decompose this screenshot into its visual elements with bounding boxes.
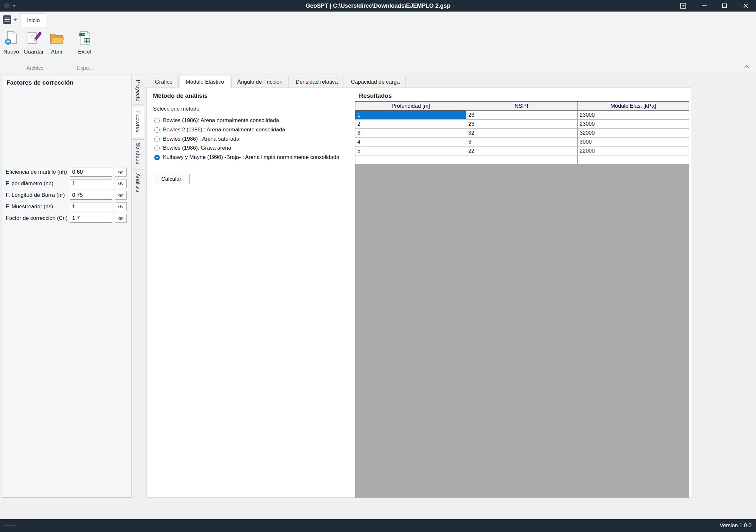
table-row: 1 23 23000 (355, 111, 688, 119)
method-option-bowles-saturada[interactable]: Bowles (1986) : Arena saturada (154, 135, 239, 143)
group-label-expo: Expo... (70, 65, 100, 71)
status-bar: ------- Version 1.0.0 (0, 519, 756, 532)
method-section-title: Método de análisis (153, 92, 207, 99)
nb-label: F. por diámetro (nb) (6, 180, 53, 187)
cell[interactable]: 23 (466, 119, 578, 129)
cell[interactable] (578, 155, 688, 165)
side-tab-sondeos[interactable]: Sondeos (132, 139, 144, 167)
ns-input[interactable] (70, 202, 112, 211)
table-row: 5 22 22000 (355, 146, 688, 155)
excel-icon: XLSX (77, 30, 93, 45)
results-grid: Profundidad [m] NSPT Módulo Elas. [kPa] … (355, 101, 689, 498)
cell-selected[interactable]: 1 (355, 111, 466, 119)
side-tab-analisis[interactable]: Análisis (132, 169, 144, 196)
grid-header-row: Profundidad [m] NSPT Módulo Elas. [kPa] (355, 102, 688, 111)
nh-eye-button[interactable] (115, 167, 127, 177)
open-folder-icon (49, 30, 65, 45)
cell[interactable] (355, 155, 466, 165)
tab-modulo-elastico[interactable]: Módulo Elástico (180, 76, 230, 88)
expand-window-icon[interactable] (675, 0, 691, 12)
column-header-nspt[interactable]: NSPT (466, 102, 578, 111)
factors-panel-title: Factores de corrección (6, 79, 73, 86)
maximize-button[interactable] (716, 0, 733, 12)
guardar-button[interactable]: Guardar (23, 29, 44, 62)
close-button[interactable] (738, 0, 754, 12)
new-file-icon (4, 30, 19, 45)
group-label-archivo: Archivo (0, 65, 70, 71)
nr-input[interactable] (70, 191, 112, 200)
nh-label: Eficiencia de martillo (nh) (6, 169, 67, 175)
side-tab-factores[interactable]: Factores (132, 107, 144, 137)
results-section-title: Resultados (359, 92, 392, 99)
ribbon-body: Nuevo Guardar (0, 27, 756, 73)
cell[interactable]: 2 (355, 119, 466, 129)
nuevo-button[interactable]: Nuevo (1, 29, 22, 62)
cell[interactable] (466, 155, 578, 165)
eye-icon (118, 193, 124, 197)
svg-text:XLSX: XLSX (79, 33, 86, 36)
nr-eye-button[interactable] (115, 191, 127, 200)
option-label: Bowles 2 (1986) : Arena normalmente cons… (163, 127, 285, 133)
modulo-elastico-page: Método de análisis Seleccione método Bow… (146, 88, 691, 498)
factor-row-nr: F. Longitud de Barra (nr) (2, 191, 131, 200)
tab-densidad-relativa[interactable]: Densidad relativa (290, 76, 344, 87)
cell[interactable]: 32000 (578, 129, 688, 138)
table-row: 3 32 32000 (355, 129, 688, 138)
method-option-bowles-consolidada[interactable]: Bowles (1986): Arena normalmente consoli… (154, 116, 279, 125)
eye-icon (118, 170, 124, 174)
table-row-empty (355, 155, 688, 165)
collapse-ribbon-button[interactable] (742, 63, 751, 70)
cell[interactable]: 4 (355, 138, 466, 146)
ns-label: F. Muestreador (ns) (6, 204, 53, 210)
eye-icon (118, 205, 124, 209)
abrir-button[interactable]: Abrir (46, 29, 68, 62)
excel-button[interactable]: XLSX Excel (74, 29, 95, 62)
tab-capacidad-de-carga[interactable]: Capacidad de carga (345, 76, 406, 87)
cell[interactable]: 23 (466, 111, 578, 119)
side-tab-proyecto[interactable]: Proyecto (132, 77, 144, 105)
cell[interactable]: 23000 (578, 119, 688, 129)
nb-input[interactable] (70, 179, 112, 188)
cell[interactable]: 5 (355, 146, 466, 155)
cell[interactable]: 23000 (578, 111, 688, 119)
ribbon-tab-inicio[interactable]: Inicio (20, 13, 46, 27)
nh-input[interactable] (70, 167, 112, 177)
factor-row-ns: F. Muestreador (ns) (2, 202, 131, 211)
ribbon-group-expo: XLSX Excel Expo... (70, 27, 100, 72)
cell[interactable]: 22000 (578, 146, 688, 155)
nb-eye-button[interactable] (115, 179, 127, 188)
method-subtitle: Seleccione método (153, 106, 200, 112)
cell[interactable]: 3 (466, 138, 578, 146)
method-option-bowles2-consolidada[interactable]: Bowles 2 (1986) : Arena normalmente cons… (154, 126, 285, 134)
version-label: Version 1.0.0 (720, 522, 751, 529)
nr-label: F. Longitud de Barra (nr) (6, 192, 65, 198)
option-label: Kulhawy y Mayne (1990) -Braja- : Arena l… (163, 154, 339, 161)
table-row: 2 23 23000 (355, 119, 688, 129)
method-option-bowles-grava[interactable]: Bowles (1986): Grava arena (154, 144, 231, 152)
radio-icon (154, 127, 160, 133)
cell[interactable]: 22 (466, 146, 578, 155)
cell[interactable]: 3 (355, 129, 466, 138)
cn-label: Factor de corrección (Cn) (6, 215, 68, 221)
abrir-label: Abrir (51, 49, 63, 55)
calcular-button[interactable]: Calcular (153, 174, 190, 184)
column-header-profundidad[interactable]: Profundidad [m] (355, 102, 466, 111)
tab-angulo-de-friccion[interactable]: Ángulo de Fricción (231, 76, 289, 87)
option-label: Bowles (1986): Grava arena (163, 145, 231, 151)
chevron-up-icon (744, 65, 750, 68)
minimize-button[interactable] (696, 0, 713, 12)
cell[interactable]: 32 (466, 129, 578, 138)
cell[interactable]: 3000 (578, 138, 688, 146)
guardar-label: Guardar (24, 49, 43, 55)
ribbon: Inicio Nuevo (0, 12, 756, 73)
application-menu-button[interactable] (3, 13, 19, 26)
cn-eye-button[interactable] (115, 214, 127, 223)
column-header-modulo[interactable]: Módulo Elas. [kPa] (578, 102, 688, 111)
excel-label: Excel (78, 49, 92, 55)
radio-icon (154, 137, 160, 142)
cn-input[interactable] (70, 214, 112, 223)
method-option-kulhawy-mayne[interactable]: Kulhawy y Mayne (1990) -Braja- : Arena l… (154, 153, 339, 162)
ns-eye-button[interactable] (115, 202, 127, 211)
tab-grafico[interactable]: Grafico (149, 76, 179, 87)
title-bar: GeoSPT | C:\Users\direc\Downloads\EJEMPL… (0, 0, 756, 12)
